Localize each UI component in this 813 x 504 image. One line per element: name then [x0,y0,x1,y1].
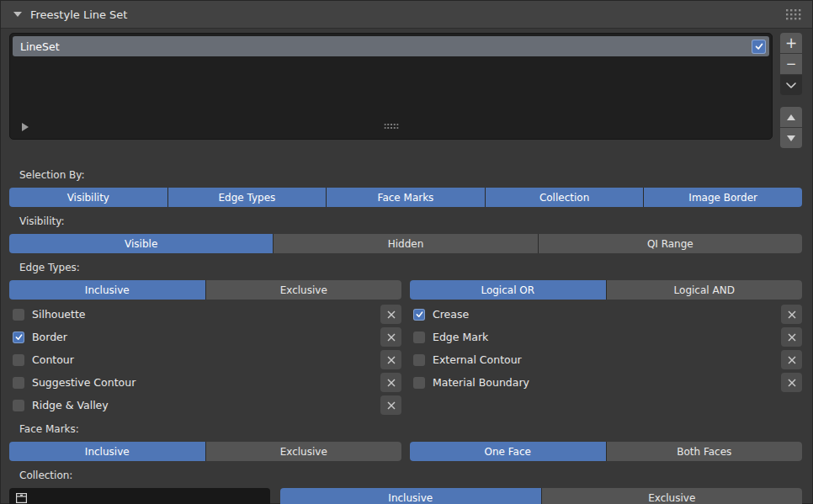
ridge-valley-remove-button[interactable] [380,395,401,415]
face-marks-label: Face Marks: [19,422,802,436]
move-lineset-up-button[interactable] [780,107,802,127]
selection-by-toggles: Visibility Edge Types Face Marks Collect… [9,188,802,207]
freestyle-line-set-panel: Freestyle Line Set LineSet [0,0,813,504]
edge-inclusive-button[interactable]: Inclusive [9,280,205,300]
toggle-edge-types-button[interactable]: Edge Types [168,188,327,207]
lineset-list-item[interactable]: LineSet [13,36,769,56]
x-icon [788,379,796,387]
edge-types-inclusion: Inclusive Exclusive [9,280,401,300]
side-spacer [780,95,802,107]
edge-type-row: Edge Mark [410,327,802,347]
silhouette-remove-button[interactable] [380,305,401,324]
edge-type-label: Crease [433,308,781,321]
edge-type-row: External Contour [410,350,802,369]
edge-types-logic: Logical OR Logical AND [410,280,802,300]
x-icon [788,333,796,342]
lineset-specials-menu-button[interactable] [780,75,802,95]
edge-type-label: Ridge & Valley [32,399,380,411]
hidden-button[interactable]: Hidden [274,234,537,253]
plus-icon: + [785,36,797,50]
edge-type-label: Contour [32,353,380,366]
triangle-up-icon [787,114,795,120]
edge-type-row: Material Boundary [410,373,802,392]
external-contour-remove-button[interactable] [781,350,802,369]
toggle-face-marks-button[interactable]: Face Marks [327,188,485,207]
toggle-image-border-button[interactable]: Image Border [644,188,802,207]
logical-or-button[interactable]: Logical OR [410,280,606,300]
list-resize-grip-icon[interactable] [384,121,398,133]
edge-type-row: Silhouette [9,305,401,324]
add-lineset-button[interactable]: + [780,33,802,53]
face-marks-faces: One Face Both Faces [410,442,802,461]
ridge-valley-checkbox[interactable] [13,400,24,411]
material-boundary-checkbox[interactable] [413,377,425,389]
one-face-button[interactable]: One Face [410,442,606,461]
selection-by-label: Selection By: [19,168,802,182]
edge-type-label: External Contour [433,353,781,366]
visible-button[interactable]: Visible [9,234,273,253]
edge-type-label: Material Boundary [433,376,781,389]
triangle-down-icon [787,135,795,141]
x-icon [788,310,796,319]
material-boundary-remove-button[interactable] [781,373,802,392]
collapse-arrow-icon[interactable] [13,12,22,17]
lineset-enable-checkbox[interactable] [752,40,766,54]
list-filter-expand-icon[interactable] [22,123,29,131]
border-remove-button[interactable] [380,327,401,347]
qi-range-button[interactable]: QI Range [539,234,802,253]
face-marks-inclusion: Inclusive Exclusive [9,442,401,461]
edge-type-row: Border [9,327,401,347]
panel-drag-handle-icon[interactable] [786,9,801,20]
collection-box-icon [15,492,28,504]
edge-types-left-column: Silhouette Border Contour Suggestive Con… [9,305,401,415]
panel-header[interactable]: Freestyle Line Set [1,1,812,29]
toggle-collection-button[interactable]: Collection [486,188,644,207]
face-marks-inclusive-button[interactable]: Inclusive [9,442,205,461]
edge-types-mode-row: Inclusive Exclusive Logical OR Logical A… [9,280,802,300]
chevron-down-icon [786,82,796,88]
panel-body: LineSet + − [1,29,812,504]
crease-remove-button[interactable] [781,305,802,324]
contour-checkbox[interactable] [13,354,24,366]
edge-types-grid: Silhouette Border Contour Suggestive Con… [9,305,802,415]
collection-inclusive-button[interactable]: Inclusive [280,488,541,504]
toggle-visibility-button[interactable]: Visibility [9,188,167,207]
logical-and-button[interactable]: Logical AND [607,280,803,300]
lineset-list-section: LineSet + − [9,33,802,148]
edge-type-row: Ridge & Valley [9,395,401,415]
visibility-options: Visible Hidden QI Range [9,234,802,253]
move-lineset-down-button[interactable] [780,128,802,148]
edge-types-right-column: Crease Edge Mark External Contour Materi… [410,305,802,415]
lineset-name[interactable]: LineSet [20,40,60,53]
panel-title: Freestyle Line Set [30,8,127,21]
suggestive-contour-remove-button[interactable] [380,373,401,392]
edge-mark-checkbox[interactable] [413,332,425,343]
lineset-list-controls: + − [780,33,802,148]
edge-type-label: Silhouette [32,308,380,321]
contour-remove-button[interactable] [380,350,401,369]
x-icon [387,310,396,319]
edge-type-label: Border [32,331,380,343]
x-icon [788,356,796,364]
face-marks-exclusive-button[interactable]: Exclusive [206,442,402,461]
collection-label: Collection: [19,469,802,482]
edge-type-row: Crease [410,305,802,324]
collection-exclusive-button[interactable]: Exclusive [542,488,803,504]
visibility-label: Visibility: [19,215,802,228]
both-faces-button[interactable]: Both Faces [607,442,803,461]
remove-lineset-button[interactable]: − [780,54,802,74]
collection-inclusion: Inclusive Exclusive [280,488,802,504]
edge-mark-remove-button[interactable] [781,327,802,347]
face-marks-row: Inclusive Exclusive One Face Both Faces [9,442,802,461]
collection-field[interactable] [9,488,270,504]
crease-checkbox[interactable] [413,309,425,321]
external-contour-checkbox[interactable] [413,354,425,366]
suggestive-contour-checkbox[interactable] [13,377,24,389]
lineset-list[interactable]: LineSet [9,33,773,140]
silhouette-checkbox[interactable] [13,309,24,321]
edge-exclusive-button[interactable]: Exclusive [206,280,402,300]
edge-type-label: Edge Mark [433,331,781,343]
border-checkbox[interactable] [13,332,24,343]
x-icon [387,379,396,387]
minus-icon: − [786,58,797,71]
